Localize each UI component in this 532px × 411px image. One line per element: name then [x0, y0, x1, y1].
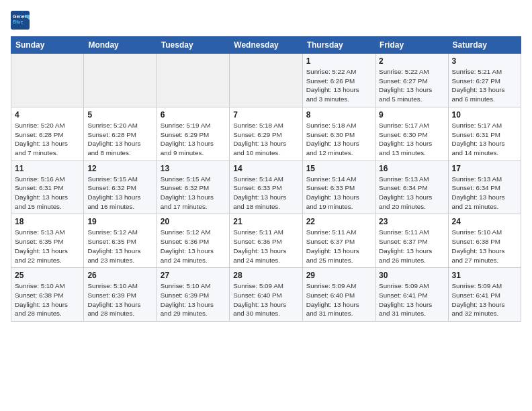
calendar-cell: 22Sunrise: 5:11 AM Sunset: 6:37 PM Dayli… — [302, 214, 375, 268]
day-info: Sunrise: 5:11 AM Sunset: 6:37 PM Dayligh… — [306, 228, 371, 265]
day-info: Sunrise: 5:14 AM Sunset: 6:33 PM Dayligh… — [306, 175, 371, 212]
day-info: Sunrise: 5:13 AM Sunset: 6:34 PM Dayligh… — [452, 175, 517, 212]
svg-text:Blue: Blue — [13, 19, 23, 24]
day-info: Sunrise: 5:11 AM Sunset: 6:37 PM Dayligh… — [379, 228, 444, 265]
day-number: 19 — [87, 217, 152, 226]
day-info: Sunrise: 5:18 AM Sunset: 6:29 PM Dayligh… — [233, 121, 298, 158]
calendar-cell — [11, 54, 84, 107]
day-number: 3 — [452, 56, 517, 66]
day-number: 26 — [87, 271, 152, 280]
calendar-cell: 30Sunrise: 5:09 AM Sunset: 6:41 PM Dayli… — [375, 268, 448, 322]
day-number: 16 — [379, 164, 444, 173]
day-info: Sunrise: 5:09 AM Sunset: 6:40 PM Dayligh… — [306, 281, 371, 318]
calendar-cell: 25Sunrise: 5:10 AM Sunset: 6:38 PM Dayli… — [11, 268, 84, 322]
day-info: Sunrise: 5:17 AM Sunset: 6:31 PM Dayligh… — [452, 121, 517, 158]
day-number: 5 — [87, 110, 152, 120]
day-number: 15 — [306, 164, 371, 173]
calendar-cell: 9Sunrise: 5:17 AM Sunset: 6:30 PM Daylig… — [375, 107, 448, 161]
calendar-cell: 15Sunrise: 5:14 AM Sunset: 6:33 PM Dayli… — [302, 161, 375, 214]
day-info: Sunrise: 5:22 AM Sunset: 6:26 PM Dayligh… — [306, 67, 371, 104]
day-number: 9 — [379, 110, 444, 120]
day-number: 10 — [452, 110, 517, 120]
calendar-cell: 26Sunrise: 5:10 AM Sunset: 6:39 PM Dayli… — [84, 268, 157, 322]
calendar-cell: 20Sunrise: 5:12 AM Sunset: 6:36 PM Dayli… — [157, 214, 229, 268]
day-info: Sunrise: 5:09 AM Sunset: 6:41 PM Dayligh… — [452, 281, 517, 318]
calendar-cell: 29Sunrise: 5:09 AM Sunset: 6:40 PM Dayli… — [302, 268, 375, 322]
day-info: Sunrise: 5:11 AM Sunset: 6:36 PM Dayligh… — [233, 228, 298, 265]
day-number: 21 — [233, 217, 298, 226]
calendar-cell: 1Sunrise: 5:22 AM Sunset: 6:26 PM Daylig… — [302, 54, 375, 107]
weekday-header-saturday: Saturday — [448, 37, 521, 54]
calendar-cell: 5Sunrise: 5:20 AM Sunset: 6:28 PM Daylig… — [84, 107, 157, 161]
calendar-cell: 21Sunrise: 5:11 AM Sunset: 6:36 PM Dayli… — [230, 214, 302, 268]
calendar-cell — [84, 54, 157, 107]
day-number: 1 — [306, 56, 371, 66]
calendar-cell: 19Sunrise: 5:12 AM Sunset: 6:35 PM Dayli… — [84, 214, 157, 268]
calendar-cell: 3Sunrise: 5:21 AM Sunset: 6:27 PM Daylig… — [448, 54, 521, 107]
day-info: Sunrise: 5:10 AM Sunset: 6:38 PM Dayligh… — [452, 228, 517, 265]
logo: General Blue — [11, 11, 32, 30]
day-info: Sunrise: 5:10 AM Sunset: 6:38 PM Dayligh… — [15, 281, 80, 318]
calendar-cell: 2Sunrise: 5:22 AM Sunset: 6:27 PM Daylig… — [375, 54, 448, 107]
calendar-cell: 16Sunrise: 5:13 AM Sunset: 6:34 PM Dayli… — [375, 161, 448, 214]
calendar-cell: 24Sunrise: 5:10 AM Sunset: 6:38 PM Dayli… — [448, 214, 521, 268]
day-number: 23 — [379, 217, 444, 226]
calendar-cell: 18Sunrise: 5:13 AM Sunset: 6:35 PM Dayli… — [11, 214, 84, 268]
day-number: 2 — [379, 56, 444, 66]
day-number: 31 — [452, 271, 517, 280]
calendar-cell: 14Sunrise: 5:14 AM Sunset: 6:33 PM Dayli… — [230, 161, 302, 214]
calendar-cell — [157, 54, 229, 107]
day-info: Sunrise: 5:09 AM Sunset: 6:41 PM Dayligh… — [379, 281, 444, 318]
calendar-cell: 13Sunrise: 5:15 AM Sunset: 6:32 PM Dayli… — [157, 161, 229, 214]
calendar-cell: 10Sunrise: 5:17 AM Sunset: 6:31 PM Dayli… — [448, 107, 521, 161]
calendar-cell: 27Sunrise: 5:10 AM Sunset: 6:39 PM Dayli… — [157, 268, 229, 322]
day-number: 17 — [452, 164, 517, 173]
calendar-cell: 12Sunrise: 5:15 AM Sunset: 6:32 PM Dayli… — [84, 161, 157, 214]
calendar-cell — [230, 54, 302, 107]
day-number: 12 — [87, 164, 152, 173]
day-number: 11 — [15, 164, 80, 173]
weekday-header-friday: Friday — [375, 37, 448, 54]
day-number: 8 — [306, 110, 371, 120]
day-info: Sunrise: 5:13 AM Sunset: 6:34 PM Dayligh… — [379, 175, 444, 212]
day-info: Sunrise: 5:17 AM Sunset: 6:30 PM Dayligh… — [379, 121, 444, 158]
day-info: Sunrise: 5:15 AM Sunset: 6:32 PM Dayligh… — [161, 175, 226, 212]
day-info: Sunrise: 5:10 AM Sunset: 6:39 PM Dayligh… — [87, 281, 152, 318]
day-number: 25 — [15, 271, 80, 280]
calendar-cell: 17Sunrise: 5:13 AM Sunset: 6:34 PM Dayli… — [448, 161, 521, 214]
day-number: 28 — [233, 271, 298, 280]
day-number: 27 — [161, 271, 226, 280]
day-info: Sunrise: 5:09 AM Sunset: 6:40 PM Dayligh… — [233, 281, 298, 318]
day-number: 20 — [161, 217, 226, 226]
day-number: 7 — [233, 110, 298, 120]
day-number: 29 — [306, 271, 371, 280]
day-number: 18 — [15, 217, 80, 226]
day-number: 4 — [15, 110, 80, 120]
day-info: Sunrise: 5:15 AM Sunset: 6:32 PM Dayligh… — [87, 175, 152, 212]
day-info: Sunrise: 5:20 AM Sunset: 6:28 PM Dayligh… — [87, 121, 152, 158]
day-info: Sunrise: 5:10 AM Sunset: 6:39 PM Dayligh… — [161, 281, 226, 318]
calendar-cell: 7Sunrise: 5:18 AM Sunset: 6:29 PM Daylig… — [230, 107, 302, 161]
day-info: Sunrise: 5:14 AM Sunset: 6:33 PM Dayligh… — [233, 175, 298, 212]
day-info: Sunrise: 5:13 AM Sunset: 6:35 PM Dayligh… — [15, 228, 80, 265]
day-number: 6 — [161, 110, 226, 120]
weekday-header-monday: Monday — [84, 37, 157, 54]
day-number: 13 — [161, 164, 226, 173]
calendar-cell: 28Sunrise: 5:09 AM Sunset: 6:40 PM Dayli… — [230, 268, 302, 322]
day-number: 22 — [306, 217, 371, 226]
day-number: 24 — [452, 217, 517, 226]
weekday-header-sunday: Sunday — [11, 37, 84, 54]
day-info: Sunrise: 5:20 AM Sunset: 6:28 PM Dayligh… — [15, 121, 80, 158]
calendar-cell: 4Sunrise: 5:20 AM Sunset: 6:28 PM Daylig… — [11, 107, 84, 161]
weekday-header-tuesday: Tuesday — [157, 37, 229, 54]
day-number: 30 — [379, 271, 444, 280]
day-info: Sunrise: 5:12 AM Sunset: 6:35 PM Dayligh… — [87, 228, 152, 265]
day-number: 14 — [233, 164, 298, 173]
day-info: Sunrise: 5:19 AM Sunset: 6:29 PM Dayligh… — [161, 121, 226, 158]
calendar-cell: 6Sunrise: 5:19 AM Sunset: 6:29 PM Daylig… — [157, 107, 229, 161]
calendar-cell: 11Sunrise: 5:16 AM Sunset: 6:31 PM Dayli… — [11, 161, 84, 214]
calendar-table: SundayMondayTuesdayWednesdayThursdayFrid… — [11, 36, 521, 322]
weekday-header-thursday: Thursday — [302, 37, 375, 54]
day-info: Sunrise: 5:21 AM Sunset: 6:27 PM Dayligh… — [452, 67, 517, 104]
day-info: Sunrise: 5:16 AM Sunset: 6:31 PM Dayligh… — [15, 175, 80, 212]
